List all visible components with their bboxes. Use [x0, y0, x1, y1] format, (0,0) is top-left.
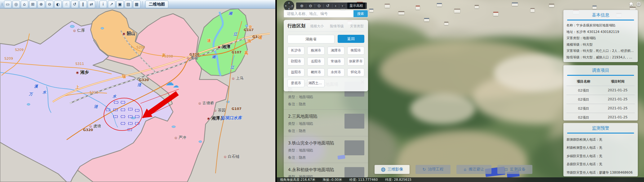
zoom-in-tool[interactable]: ⊕ — [38, 1, 45, 8]
disaster-thumbnail[interactable] — [344, 114, 364, 129]
ruler-tool[interactable]: ▭ — [4, 1, 11, 8]
identify-tool[interactable]: i — [100, 1, 107, 8]
survey-row[interactable]: 02项目2021-01-25 — [566, 86, 635, 95]
globe-icon — [381, 167, 385, 172]
grid-tool[interactable]: ⊞ — [29, 1, 37, 8]
mode-button[interactable]: ↻治理工程 — [415, 165, 451, 174]
city-button[interactable]: 常德市 — [327, 57, 344, 66]
distance-measure-tool[interactable]: ◎ — [12, 1, 20, 8]
city-button[interactable]: 衡阳市 — [347, 47, 364, 55]
disaster-item-note: 备注：隐患 — [288, 155, 364, 160]
pan-left-icon[interactable]: ◂ — [285, 5, 286, 7]
survey-cell: 02项目 — [566, 97, 601, 102]
city-button[interactable]: 郴州市 — [307, 68, 324, 76]
reset-view-button[interactable]: ↺ — [324, 2, 332, 9]
city-button[interactable]: 湘西土家族... — [307, 79, 324, 87]
print-preview-tool[interactable]: ▦ — [133, 1, 140, 8]
monitor-row: 乡镇防灾责任人电话：无 — [566, 152, 635, 160]
zoom-in-button[interactable]: ⊕ — [298, 2, 306, 9]
title-underline — [567, 133, 634, 134]
house — [549, 4, 554, 7]
house — [416, 6, 420, 10]
swap-view-tool[interactable]: ⇄ — [88, 1, 95, 8]
filter-tab[interactable]: 险情等级 — [330, 24, 344, 29]
globe-tool[interactable]: ◐ — [54, 1, 62, 8]
disaster-item-note: 备注：隐患 — [288, 102, 364, 107]
print-tool[interactable]: ▤ — [125, 1, 132, 8]
pan-up-icon[interactable]: ▴ — [288, 2, 290, 4]
house — [424, 18, 429, 21]
city-button[interactable]: 长沙市 — [287, 47, 304, 55]
info-row: 规模等级：特大型 — [566, 41, 635, 48]
zoom-previous-tool[interactable]: ↺ — [71, 1, 78, 8]
pause-tool[interactable]: ‖ — [79, 1, 87, 8]
mode-button[interactable]: ⌂搬迁避让 — [456, 165, 491, 174]
house — [593, 6, 597, 9]
map-mode-label[interactable]: 二维地图 — [145, 1, 168, 8]
monitor-row: 群测群防检测人电话：无 — [566, 135, 635, 144]
nav-compass-pad[interactable]: ▴ ▾ ◂ ▸ — [284, 1, 294, 11]
basic-info-panel: 基本信息 名称：宁乡县煤炭坝地区地面塌陷地址：长沙市 430124 430182… — [563, 10, 638, 62]
next-view-button[interactable]: › — [339, 2, 346, 9]
title-underline — [567, 75, 634, 76]
city-button[interactable]: 岳阳市 — [307, 57, 324, 66]
house — [437, 3, 442, 7]
disaster-list-item[interactable]: 4.永和初级中学地面塌陷类型：地面塌陷备注：隐患 — [284, 163, 368, 178]
toolbar-separator — [142, 1, 143, 7]
pan-right-icon[interactable]: ▸ — [292, 5, 293, 7]
map-2d-vector[interactable] — [0, 9, 275, 182]
city-button[interactable]: 永州市 — [327, 68, 344, 76]
city-button[interactable]: 湘潭市 — [327, 47, 344, 55]
zoom-out-tool[interactable]: ⊖ — [46, 1, 53, 8]
survey-projects-panel: 调查项目 项目名称项目时间 02项目2021-01-2502项目2021-01-… — [563, 65, 638, 121]
province-button[interactable]: 湖南省 — [287, 35, 335, 43]
pan-tool[interactable]: ☝ — [63, 1, 70, 8]
area-measure-tool[interactable]: ⌂ — [21, 1, 28, 8]
status-item: 经度: 113.777460 — [349, 178, 378, 182]
toolbar-drag-handle[interactable]: ⁞⁞ — [1, 2, 2, 7]
search-button[interactable]: 搜索 — [353, 10, 368, 17]
mode-button[interactable]: 三维影像 — [375, 165, 410, 174]
disaster-thumbnail[interactable] — [344, 167, 364, 178]
info-row: 地址：长沙市 430124 430182119 — [566, 29, 635, 35]
home-icon[interactable] — [629, 2, 633, 6]
disaster-thumbnail[interactable] — [344, 140, 364, 155]
survey-row[interactable]: 02项目2021-01-25 — [566, 95, 635, 104]
house — [369, 9, 373, 12]
show-elevation-button[interactable]: 显示高程 — [347, 2, 365, 9]
city-button[interactable]: 怀化市 — [347, 68, 364, 76]
filter-tab[interactable]: 灾害类型 — [350, 24, 364, 29]
mode-button-label: 治理工程 — [428, 167, 443, 172]
map-2d-canvas[interactable]: ◉韶山◉湘乡◉湘潭◉湘潭县◎仁厚◎姜畲◎上马◎古塘桥◎茶园◎严冲◎白石铺◎虞塘S… — [0, 9, 275, 182]
city-button[interactable]: 娄底市 — [287, 79, 304, 87]
city-button[interactable]: 张家界市 — [347, 57, 364, 66]
city-button[interactable]: 邵阳市 — [287, 57, 304, 66]
survey-cell: 02项目 — [566, 106, 601, 111]
full-extent-button[interactable]: ⊙ — [315, 2, 323, 9]
monitor-row: 村级检测责任人电话：无 — [566, 144, 635, 152]
filter-tab[interactable]: 规模大小 — [310, 24, 324, 29]
survey-row[interactable]: 02项目2021-01-25 — [566, 113, 635, 121]
survey-cell: 02项目 — [566, 115, 601, 120]
mode-button[interactable]: ⊡监测设备 — [497, 165, 532, 174]
back-button[interactable]: 返回 — [338, 35, 364, 43]
house — [444, 22, 448, 25]
survey-column-header: 项目名称 — [566, 79, 601, 84]
city-button[interactable]: 株洲市 — [307, 47, 324, 55]
disaster-list-panel: × 1.宁乡县煤炭坝地区地面塌陷类型：地面塌陷备注：隐患2.三凤地面塌陷类型：地… — [284, 78, 368, 178]
survey-projects-title: 调查项目 — [566, 68, 635, 75]
status-item: 海拔:-0.00米 — [323, 178, 342, 182]
refresh-icon: ↻ — [423, 167, 426, 172]
globe-icon[interactable] — [637, 2, 641, 6]
survey-row[interactable]: 02项目2021-01-25 — [566, 104, 635, 113]
survey-cell: 2021-01-25 — [601, 115, 635, 120]
disaster-list-item[interactable]: 3.铁山完全小学地面塌陷类型：地面塌陷备注：隐患 — [284, 136, 368, 163]
map-toolbar: ⁞⁞ ▭◎⌂⊞⊕⊖◐☝↺‖⇄i↗▣▤▦二维地图 — [0, 0, 275, 9]
disaster-list-item[interactable]: 2.三凤地面塌陷类型：地面塌陷备注：隐患 — [284, 110, 368, 136]
house — [398, 11, 404, 15]
export-tool[interactable]: ↗ — [108, 1, 115, 8]
zoom-out-button[interactable]: ⊖ — [306, 2, 315, 9]
city-button[interactable]: 益阳市 — [287, 68, 304, 76]
prev-view-button[interactable]: ‹ — [332, 2, 339, 9]
save-tool[interactable]: ▣ — [116, 1, 124, 8]
